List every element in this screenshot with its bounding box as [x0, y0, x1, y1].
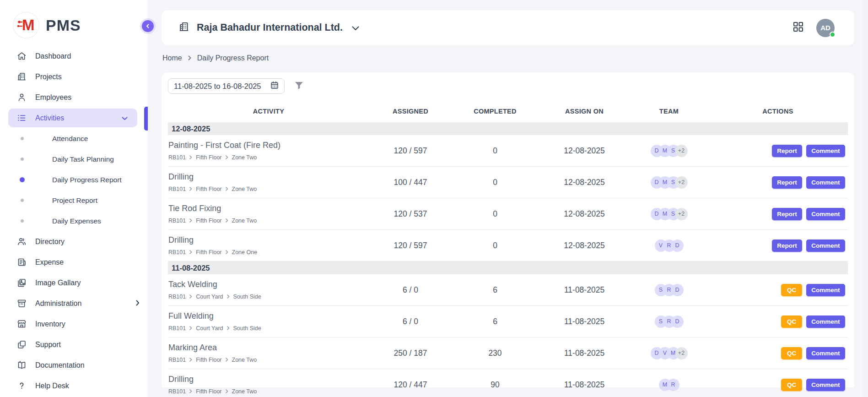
book-icon	[17, 360, 27, 370]
chevron-right-icon	[136, 299, 140, 308]
actions-cell: QCComment	[708, 284, 848, 296]
chevron-right-icon	[189, 249, 192, 256]
team-avatar[interactable]: D	[671, 315, 684, 328]
comment-button[interactable]: Comment	[806, 176, 845, 189]
col-team: TEAM	[630, 108, 708, 115]
brand-name: PMS	[46, 16, 81, 34]
receipt-icon	[17, 257, 27, 267]
sidebar-item-help-desk[interactable]: Help Desk	[0, 375, 148, 396]
gallery-icon	[17, 278, 27, 288]
path-segment: Court Yard	[196, 294, 223, 300]
sidebar-subitem-label: Attendance	[52, 135, 88, 143]
sidebar-item-employees[interactable]: Employees	[0, 87, 148, 108]
sidebar-item-label: Activities	[35, 114, 64, 122]
sidebar-item-dashboard[interactable]: Dashboard	[0, 46, 148, 66]
table-header-row: ACTIVITY ASSIGNED COMPLETED ASSIGN ON TE…	[168, 94, 848, 122]
team-cell: MR	[630, 379, 708, 391]
qc-button[interactable]: QC	[781, 347, 802, 359]
team-avatar-more[interactable]: +2	[675, 176, 688, 189]
team-avatar-more[interactable]: +2	[675, 208, 688, 220]
team-cell: SRD	[630, 284, 708, 296]
comment-button[interactable]: Comment	[806, 379, 845, 391]
path-segment: RB101	[168, 154, 186, 161]
path-segment: Fifth Floor	[196, 154, 221, 161]
sidebar-item-directory[interactable]: Directory	[0, 231, 148, 252]
copy-icon	[17, 340, 27, 349]
sidebar-subitem-label: Daily Expenses	[52, 217, 101, 225]
actions-cell: ReportComment	[708, 145, 848, 157]
report-button[interactable]: Report	[772, 176, 802, 189]
col-activity: ACTIVITY	[168, 108, 369, 115]
scrollbar[interactable]	[863, 0, 868, 397]
path-segment: Fifth Floor	[196, 249, 221, 256]
sidebar-subitem-label: Daily Task Planning	[52, 155, 114, 163]
date-range-input[interactable]: 11-08-2025 to 16-08-2025	[168, 78, 285, 94]
report-button[interactable]: Report	[772, 239, 802, 252]
activity-path: RB101Fifth FloorZone Two	[168, 186, 369, 192]
team-avatar-more[interactable]: +2	[675, 145, 688, 157]
sidebar-item-support[interactable]: Support	[0, 334, 148, 355]
chevron-down-icon	[122, 114, 128, 122]
sidebar-item-activities[interactable]: Activities	[8, 109, 137, 127]
sidebar-item-label: Help Desk	[35, 382, 69, 390]
sidebar-subitem-daily-task-planning[interactable]: Daily Task Planning	[0, 149, 148, 169]
sidebar: M PMS DashboardProjectsEmployeesActiviti…	[0, 0, 148, 397]
assigned-value: 6 / 0	[369, 317, 452, 326]
sidebar-subitem-daily-expenses[interactable]: Daily Expenses	[0, 211, 148, 231]
path-segment: Fifth Floor	[196, 357, 221, 363]
sidebar-item-expense[interactable]: Expense	[0, 252, 148, 272]
sidebar-item-inventory[interactable]: Inventory	[0, 314, 148, 334]
activity-cell: Tack WeldingRB101Court YardSouth Side	[168, 280, 369, 300]
chevron-down-icon	[352, 22, 359, 33]
active-item-accent-bar	[144, 107, 148, 131]
qc-button[interactable]: QC	[781, 284, 802, 296]
filter-icon[interactable]	[294, 81, 304, 92]
assigned-value: 120 / 597	[369, 241, 452, 250]
path-segment: Zone Two	[232, 357, 257, 363]
team-avatar-more[interactable]: +2	[675, 347, 688, 359]
sidebar-subitem-attendance[interactable]: Attendance	[0, 128, 148, 149]
sidebar-collapse-button[interactable]	[142, 20, 154, 32]
apps-grid-icon[interactable]	[793, 22, 803, 34]
report-button[interactable]: Report	[772, 208, 802, 220]
sidebar-menu: DashboardProjectsEmployeesActivitiesAtte…	[0, 46, 148, 396]
qc-button[interactable]: QC	[781, 315, 802, 328]
sidebar-subitem-project-report[interactable]: Project Report	[0, 190, 148, 211]
sidebar-item-label: Projects	[35, 73, 62, 81]
content-card: 11-08-2025 to 16-08-2025 ACTIVITY ASSIGN…	[162, 72, 854, 387]
online-status-dot	[830, 32, 836, 38]
building-icon	[178, 21, 190, 35]
path-segment: South Side	[233, 325, 261, 332]
sidebar-subitem-daily-progress-report[interactable]: Daily Progress Report	[0, 169, 148, 190]
comment-button[interactable]: Comment	[806, 315, 845, 328]
team-avatar[interactable]: D	[671, 284, 684, 296]
comment-button[interactable]: Comment	[806, 347, 845, 359]
breadcrumb-home[interactable]: Home	[162, 54, 182, 62]
comment-button[interactable]: Comment	[806, 145, 845, 157]
comment-button[interactable]: Comment	[806, 284, 845, 296]
sidebar-item-image-gallary[interactable]: Image Gallary	[0, 272, 148, 293]
user-avatar[interactable]: AD	[816, 19, 835, 37]
breadcrumb-current: Daily Progress Report	[197, 54, 269, 62]
chevron-right-icon	[227, 294, 230, 300]
comment-button[interactable]: Comment	[806, 239, 845, 252]
team-avatar[interactable]: D	[671, 239, 684, 252]
sidebar-subitem-label: Project Report	[52, 196, 97, 205]
sidebar-item-documentation[interactable]: Documentation	[0, 355, 148, 375]
completed-value: 0	[452, 209, 539, 219]
sidebar-item-administration[interactable]: Administration	[0, 293, 148, 314]
assigned-value: 120 / 447	[369, 380, 452, 390]
bullet-icon	[21, 199, 24, 202]
team-avatar[interactable]: R	[667, 379, 679, 391]
chevron-right-icon	[226, 218, 228, 224]
qc-button[interactable]: QC	[781, 379, 802, 391]
activity-path: RB101Court YardSouth Side	[168, 294, 369, 300]
team-cell: DMS+2	[630, 145, 708, 157]
sidebar-item-projects[interactable]: Projects	[0, 66, 148, 87]
company-selector[interactable]: Raja Bahadur International Ltd.	[178, 21, 359, 35]
sidebar-item-label: Directory	[35, 238, 65, 246]
report-button[interactable]: Report	[772, 145, 802, 157]
assign-on-value: 12-08-2025	[539, 209, 630, 219]
comment-button[interactable]: Comment	[806, 208, 845, 220]
team-cell: SRD	[630, 315, 708, 328]
